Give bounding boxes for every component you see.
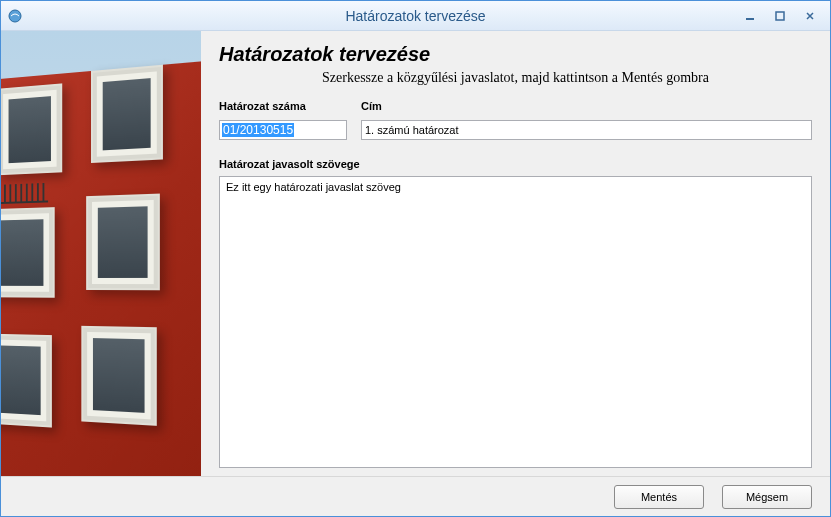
form-input-row: 01/20130515 — [219, 120, 812, 140]
number-input-value: 01/20130515 — [222, 123, 294, 137]
svg-rect-1 — [746, 18, 754, 20]
number-label: Határozat száma — [219, 100, 347, 112]
maximize-button[interactable] — [766, 7, 794, 25]
footer: Mentés Mégsem — [1, 476, 830, 516]
save-button[interactable]: Mentés — [614, 485, 704, 509]
cancel-button[interactable]: Mégsem — [722, 485, 812, 509]
window-title: Határozatok tervezése — [345, 8, 485, 24]
app-icon — [7, 8, 23, 24]
body-label: Határozat javasolt szövege — [219, 158, 812, 170]
svg-rect-2 — [776, 12, 784, 20]
close-button[interactable] — [796, 7, 824, 25]
svg-point-0 — [9, 10, 21, 22]
content-area: Határozatok tervezése Szerkessze a közgy… — [1, 31, 830, 476]
title-label: Cím — [361, 100, 812, 112]
sidebar-image — [1, 31, 201, 476]
titlebar: Határozatok tervezése — [1, 1, 830, 31]
number-input[interactable]: 01/20130515 — [219, 120, 347, 140]
page-title: Határozatok tervezése — [219, 43, 812, 66]
window-controls — [736, 7, 824, 25]
form-header-row: Határozat száma Cím — [219, 100, 812, 116]
title-input[interactable] — [361, 120, 812, 140]
minimize-button[interactable] — [736, 7, 764, 25]
main-panel: Határozatok tervezése Szerkessze a közgy… — [201, 31, 830, 476]
body-textarea[interactable]: Ez itt egy határozati javaslat szöveg — [219, 176, 812, 468]
page-subtitle: Szerkessze a közgyűlési javaslatot, majd… — [219, 70, 812, 86]
